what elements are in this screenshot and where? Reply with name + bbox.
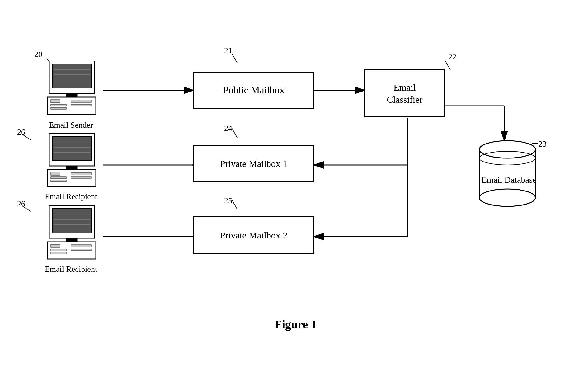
ref-24: 24: [224, 124, 232, 133]
ref-20: 20: [34, 50, 42, 59]
email-sender-icon: [43, 61, 101, 115]
email-recipient1-label: Email Recipient: [34, 191, 108, 202]
private-mailbox1-box: Private Mailbox 1: [193, 145, 314, 182]
email-recipient2-label: Email Recipient: [34, 264, 108, 275]
svg-point-34: [479, 189, 535, 206]
email-database-label: Email Database: [478, 174, 540, 186]
svg-rect-31: [71, 104, 91, 106]
svg-rect-30: [71, 100, 91, 102]
svg-rect-56: [51, 249, 66, 251]
svg-line-17: [232, 200, 237, 209]
svg-rect-43: [51, 172, 60, 175]
svg-rect-46: [71, 172, 91, 175]
svg-rect-58: [71, 245, 91, 247]
svg-rect-59: [71, 249, 91, 251]
svg-rect-55: [51, 244, 60, 247]
svg-rect-29: [51, 107, 66, 109]
svg-rect-57: [51, 252, 66, 254]
svg-rect-28: [51, 104, 66, 106]
svg-point-33: [479, 141, 535, 158]
svg-line-16: [232, 128, 237, 138]
svg-rect-25: [66, 93, 77, 97]
ref-26-bottom: 26: [17, 199, 25, 209]
ref-25: 25: [224, 196, 232, 205]
public-mailbox-box: Public Mailbox: [193, 72, 314, 109]
svg-line-13: [232, 54, 237, 63]
diagram-container: 20 21 22 23 24 25 26 26 Email Sender: [0, 0, 588, 367]
email-classifier-box: Email Classifier: [364, 69, 445, 117]
email-recipient1-icon: [43, 133, 101, 188]
svg-rect-21: [52, 64, 91, 88]
svg-rect-27: [51, 100, 60, 103]
ref-26-top: 26: [17, 128, 25, 137]
figure-caption: Figure 1: [202, 318, 389, 331]
ref-22: 22: [448, 52, 456, 62]
svg-rect-37: [52, 136, 91, 161]
svg-rect-53: [66, 238, 77, 242]
svg-rect-41: [66, 166, 77, 170]
email-sender-label: Email Sender: [34, 120, 108, 130]
svg-rect-49: [52, 209, 91, 233]
ref-23: 23: [539, 139, 547, 149]
svg-line-14: [445, 61, 450, 70]
svg-rect-45: [51, 180, 66, 182]
private-mailbox2-box: Private Mailbox 2: [193, 216, 314, 254]
svg-rect-47: [71, 177, 91, 178]
email-recipient2-icon: [43, 205, 101, 260]
svg-rect-44: [51, 177, 66, 179]
ref-21: 21: [224, 46, 232, 55]
